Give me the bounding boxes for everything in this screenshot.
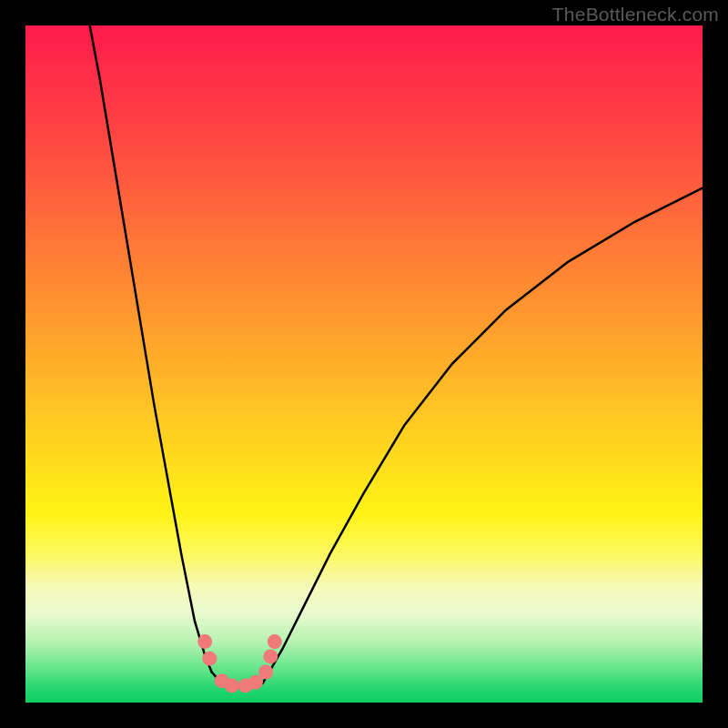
- valley-markers: [197, 634, 282, 693]
- curve-lines: [90, 25, 703, 688]
- marker-dot: [258, 665, 273, 680]
- chart-frame: TheBottleneck.com: [0, 0, 728, 728]
- marker-dot: [225, 678, 239, 693]
- plot-area: [25, 25, 703, 703]
- series-left-arm: [90, 25, 212, 672]
- marker-dot: [197, 634, 212, 649]
- marker-dot: [263, 649, 278, 663]
- curve-layer: [25, 25, 703, 703]
- marker-dot: [268, 634, 282, 649]
- series-right-arm: [269, 188, 703, 672]
- watermark-text: TheBottleneck.com: [552, 4, 719, 25]
- marker-dot: [202, 652, 217, 666]
